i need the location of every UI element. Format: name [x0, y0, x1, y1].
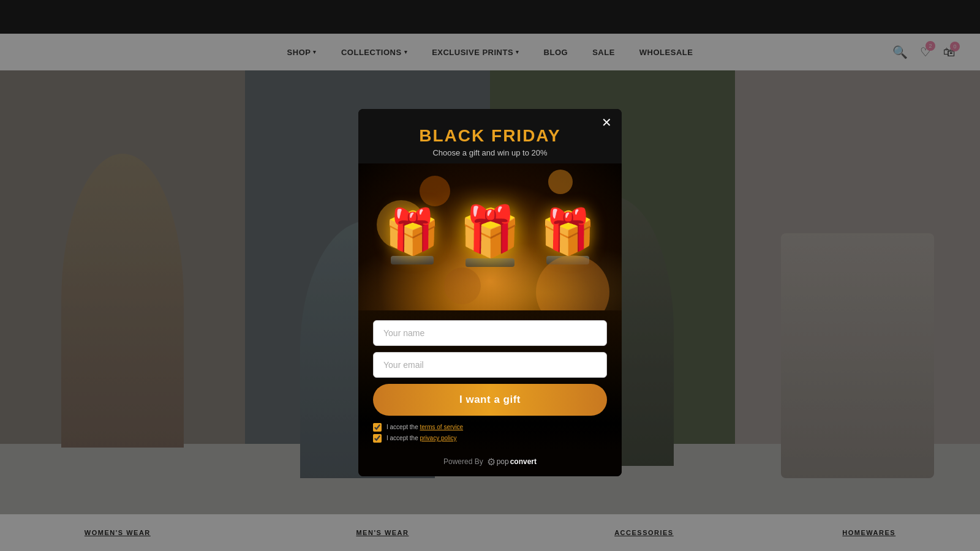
gift-emoji-3: 🎁: [540, 209, 595, 253]
modal-title: BLACK FRIDAY: [373, 126, 607, 146]
gift-emoji-1: 🎁: [385, 209, 440, 253]
bokeh-circle: [444, 268, 481, 304]
popup-modal: ✕ BLACK FRIDAY Choose a gift and win up …: [358, 109, 622, 476]
modal-checkboxes: I accept the terms of service I accept t…: [358, 423, 622, 450]
modal-form: I want a gift: [358, 310, 622, 423]
bokeh-circle: [420, 176, 450, 206]
powered-by-text: Powered By: [443, 457, 483, 466]
privacy-checkbox[interactable]: [373, 434, 382, 443]
privacy-label: I accept the privacy policy: [386, 435, 457, 441]
privacy-link[interactable]: privacy policy: [420, 435, 456, 441]
top-bar: [0, 0, 980, 34]
gift-option-1[interactable]: 🎁: [385, 209, 440, 264]
submit-gift-button[interactable]: I want a gift: [373, 384, 607, 416]
popconvert-icon: ⚙: [487, 456, 496, 468]
convert-text: convert: [510, 457, 537, 466]
gift-base-1: [391, 256, 434, 264]
gift-choices-area: 🎁 🎁 🎁: [358, 163, 622, 310]
terms-link[interactable]: terms of service: [420, 424, 463, 430]
name-input[interactable]: [373, 320, 607, 346]
terms-checkbox-row: I accept the terms of service: [373, 423, 607, 432]
pop-text: pop: [497, 457, 509, 466]
terms-label: I accept the terms of service: [386, 424, 463, 430]
privacy-checkbox-row: I accept the privacy policy: [373, 434, 607, 443]
modal-footer: Powered By ⚙ popconvert: [358, 450, 622, 476]
modal-subtitle: Choose a gift and win up to 20%: [373, 148, 607, 157]
gift-option-2[interactable]: 🎁: [459, 207, 521, 267]
email-input[interactable]: [373, 352, 607, 378]
terms-checkbox[interactable]: [373, 423, 382, 432]
gift-base-2: [466, 258, 514, 267]
bokeh-circle: [548, 170, 573, 194]
close-button[interactable]: ✕: [601, 116, 612, 129]
modal-overlay: ✕ BLACK FRIDAY Choose a gift and win up …: [0, 34, 980, 551]
popconvert-logo: ⚙ popconvert: [487, 456, 537, 468]
gift-emoji-2: 🎁: [459, 207, 521, 256]
modal-header: BLACK FRIDAY Choose a gift and win up to…: [358, 109, 622, 163]
